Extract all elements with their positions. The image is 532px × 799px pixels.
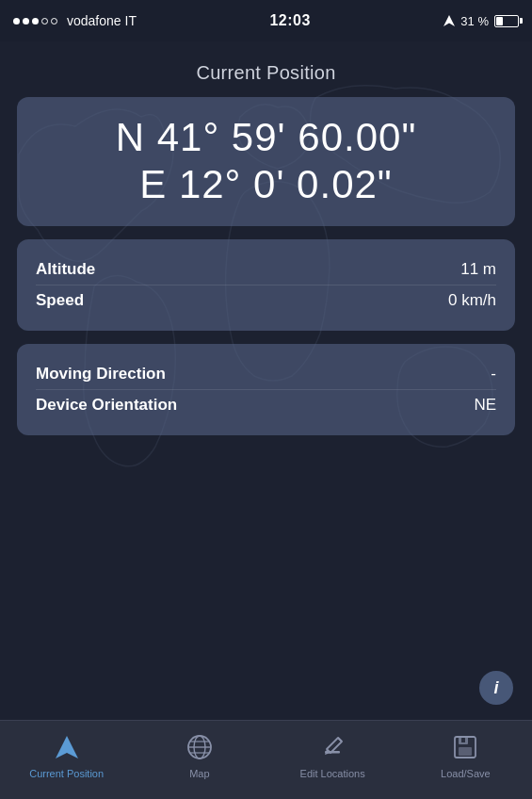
main-content: Current Position N 41° 59' 60.00" E 12° … <box>0 41 532 720</box>
battery-indicator <box>494 15 519 27</box>
edit-locations-icon <box>319 734 346 764</box>
battery-fill <box>496 17 503 25</box>
info-button[interactable]: i <box>479 671 513 705</box>
altitude-value: 11 m <box>460 260 496 279</box>
moving-direction-label: Moving Direction <box>36 365 166 383</box>
pencil-icon <box>319 734 346 760</box>
navigation-icon <box>443 15 455 26</box>
tab-map[interactable]: Map <box>133 721 266 799</box>
latitude-display: N 41° 59' 60.00" <box>36 114 496 161</box>
battery-shell <box>494 15 519 27</box>
svg-marker-1 <box>56 736 78 758</box>
device-orientation-value: NE <box>474 396 496 415</box>
status-time: 12:03 <box>269 12 310 29</box>
longitude-display: E 12° 0' 0.02" <box>36 161 496 208</box>
svg-rect-10 <box>459 747 472 756</box>
altitude-speed-box: Altitude 11 m Speed 0 km/h <box>17 239 515 331</box>
direction-box: Moving Direction - Device Orientation NE <box>17 344 515 435</box>
page-title: Current Position <box>196 62 335 84</box>
status-right: 31 % <box>443 14 519 28</box>
speed-row: Speed 0 km/h <box>36 285 496 316</box>
signal-dot-3 <box>32 18 39 24</box>
tab-bar: Current Position Map Edit Locations <box>0 720 532 799</box>
globe-icon <box>186 734 213 760</box>
coordinates-box: N 41° 59' 60.00" E 12° 0' 0.02" <box>17 97 515 226</box>
svg-marker-0 <box>443 15 455 26</box>
tab-load-save-label: Load/Save <box>441 768 491 779</box>
map-icon <box>186 734 213 764</box>
tab-edit-locations[interactable]: Edit Locations <box>266 721 399 799</box>
navigation-arrow-icon <box>54 734 80 760</box>
signal-dot-4 <box>41 18 48 24</box>
altitude-row: Altitude 11 m <box>36 254 496 285</box>
svg-rect-11 <box>461 738 465 742</box>
status-bar: vodafone IT 12:03 31 % <box>0 0 532 41</box>
signal-dot-5 <box>51 18 57 24</box>
tab-current-position[interactable]: Current Position <box>0 721 133 799</box>
signal-dot-2 <box>23 18 29 24</box>
device-orientation-label: Device Orientation <box>36 396 177 415</box>
floppy-disk-icon <box>452 734 478 760</box>
load-save-icon <box>452 734 478 764</box>
tab-load-save[interactable]: Load/Save <box>399 721 532 799</box>
battery-percent: 31 % <box>460 14 489 28</box>
tab-edit-locations-label: Edit Locations <box>300 768 365 779</box>
speed-value: 0 km/h <box>448 291 496 310</box>
speed-label: Speed <box>36 291 84 310</box>
tab-map-label: Map <box>189 768 209 779</box>
current-position-icon <box>54 734 80 764</box>
signal-dot-1 <box>13 18 20 24</box>
device-orientation-row: Device Orientation NE <box>36 389 496 420</box>
info-icon: i <box>493 678 498 698</box>
carrier-label: vodafone IT <box>67 13 137 28</box>
status-left: vodafone IT <box>13 13 137 28</box>
moving-direction-value: - <box>491 365 496 383</box>
altitude-label: Altitude <box>36 260 95 279</box>
signal-dots <box>13 18 57 24</box>
moving-direction-row: Moving Direction - <box>36 359 496 389</box>
tab-current-position-label: Current Position <box>29 768 104 779</box>
